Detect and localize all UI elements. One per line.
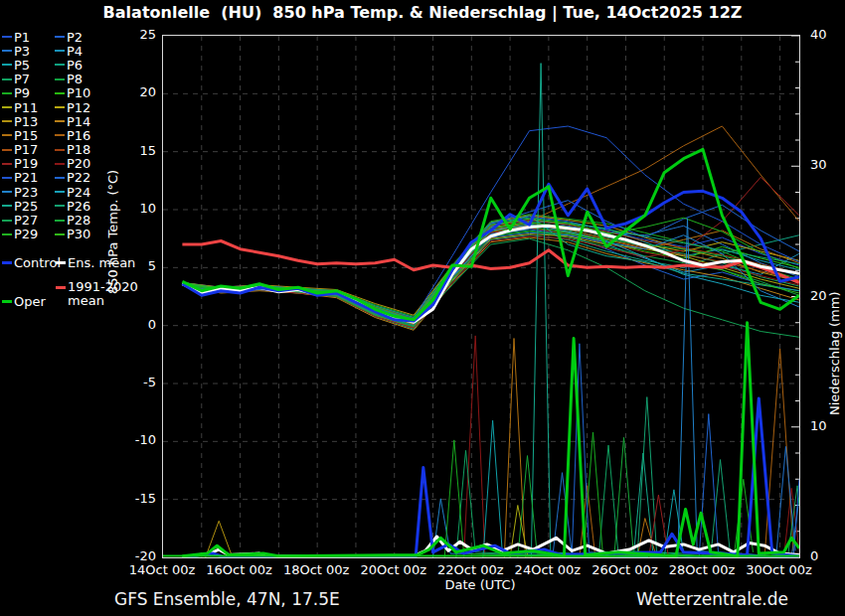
legend-member-label: P24 — [67, 185, 90, 200]
legend-item-p23: P23 — [2, 185, 55, 199]
legend-item-p1: P1 — [2, 30, 55, 44]
legend-item-p15: P15 — [2, 128, 55, 142]
p18-line-swatch — [55, 149, 65, 151]
x-axis-tick-label: 28Oct 00z — [660, 562, 744, 577]
p20-line-swatch — [55, 163, 65, 165]
right-axis-tick-label: 0 — [810, 548, 845, 563]
left-axis-tick-label: -5 — [116, 375, 156, 389]
legend-item-p20: P20 — [55, 157, 154, 171]
legend-item-oper: Oper — [2, 294, 46, 309]
legend-member-label: P28 — [67, 213, 90, 228]
legend-item-p9: P9 — [2, 86, 55, 100]
series-P22-temp-line — [182, 201, 799, 320]
legend-member-label: P3 — [14, 44, 30, 59]
ens-mean-line-swatch — [56, 261, 66, 264]
left-axis-tick-label: 15 — [116, 143, 156, 158]
x-axis-title: Date (UTC) — [421, 577, 540, 592]
p3-line-swatch — [2, 50, 12, 52]
p30-line-swatch — [55, 233, 65, 235]
p28-line-swatch — [55, 220, 65, 222]
p1-line-swatch — [2, 36, 12, 38]
legend-member-label: P11 — [14, 100, 38, 115]
control-line-swatch — [2, 261, 12, 264]
legend-member-label: P14 — [67, 114, 90, 129]
legend-item-p7: P7 — [2, 73, 55, 86]
legend-member-label: P10 — [67, 85, 90, 100]
p12-line-swatch — [55, 106, 65, 108]
plot-svg — [163, 36, 799, 557]
p6-line-swatch — [55, 64, 65, 66]
p9-line-swatch — [2, 92, 12, 94]
legend-member-label: P30 — [67, 227, 90, 241]
right-axis-title: Niederschlag (mm) — [827, 291, 842, 415]
legend-member-label: P1 — [14, 30, 30, 45]
p19-line-swatch — [2, 163, 12, 165]
legend-item-p11: P11 — [2, 100, 55, 114]
climate-mean-line-swatch — [56, 286, 66, 289]
x-axis-tick-label: 30Oct 00z — [738, 562, 821, 577]
legend-item-p19: P19 — [2, 157, 55, 171]
plot-area — [162, 35, 800, 558]
p7-line-swatch — [2, 78, 12, 80]
p8-line-swatch — [55, 78, 65, 80]
right-axis-tick-label: 40 — [810, 27, 845, 42]
x-axis-tick-label: 24Oct 00z — [506, 562, 590, 577]
right-axis-tick-label: 10 — [810, 418, 845, 433]
legend-climate-label: 1991-2020 mean — [68, 280, 138, 308]
legend-item-p25: P25 — [2, 199, 55, 213]
p22-line-swatch — [55, 177, 65, 179]
x-axis-tick-label: 14Oct 00z — [120, 562, 204, 577]
legend-member-label: P8 — [67, 72, 83, 86]
p10-line-swatch — [55, 92, 65, 94]
left-axis-tick-label: 10 — [116, 201, 156, 216]
legend-member-label: P7 — [14, 72, 30, 86]
legend-item-p21: P21 — [2, 171, 55, 185]
p26-line-swatch — [55, 205, 65, 207]
p25-line-swatch — [2, 205, 12, 207]
x-axis-tick-label: 22Oct 00z — [428, 562, 512, 577]
legend-item-p27: P27 — [2, 213, 55, 227]
legend-item-p3: P3 — [2, 44, 55, 58]
legend-item-p4: P4 — [55, 44, 154, 58]
x-axis-tick-label: 16Oct 00z — [198, 562, 281, 577]
legend-member-label: P6 — [67, 58, 83, 73]
left-axis-tick-label: -10 — [116, 432, 156, 447]
legend-item-p17: P17 — [2, 143, 55, 157]
legend-oper-label: Oper — [14, 294, 46, 309]
legend-member-label: P16 — [67, 128, 90, 143]
legend-climate-label-line1: 1991-2020 — [68, 279, 138, 294]
series-P16-precip-line — [580, 349, 793, 557]
legend-member-label: P17 — [14, 142, 38, 157]
legend-item-p14: P14 — [55, 114, 154, 128]
p5-line-swatch — [2, 64, 12, 66]
x-axis-tick-label: 20Oct 00z — [352, 562, 435, 577]
p27-line-swatch — [2, 220, 12, 222]
p23-line-swatch — [2, 191, 12, 193]
legend-member-label: P12 — [67, 100, 90, 115]
p2-line-swatch — [55, 36, 65, 38]
legend-item-control: Control — [2, 255, 61, 270]
legend-member-label: P29 — [14, 227, 38, 241]
p14-line-swatch — [55, 120, 65, 122]
left-axis-tick-label: 0 — [116, 317, 156, 332]
legend-member-label: P23 — [14, 185, 38, 200]
legend-control-label: Control — [14, 255, 61, 270]
meteogram-app: Balatonlelle (HU) 850 hPa Temp. & Nieder… — [0, 0, 845, 616]
left-axis-tick-label: 25 — [116, 27, 156, 42]
p17-line-swatch — [2, 149, 12, 151]
legend-member-label: P21 — [14, 170, 38, 185]
footer-brand: Wetterzentrale.de — [636, 589, 788, 609]
left-axis-tick-label: -15 — [116, 491, 156, 506]
legend-member-label: P15 — [14, 128, 38, 143]
x-axis-tick-label: 26Oct 00z — [583, 562, 666, 577]
left-axis-tick-label: -20 — [116, 548, 156, 563]
p29-line-swatch — [2, 233, 12, 235]
legend-member-label: P4 — [67, 44, 83, 59]
legend-member-label: P25 — [14, 199, 38, 214]
p21-line-swatch — [2, 177, 12, 179]
left-axis-tick-label: 20 — [116, 84, 156, 99]
legend-member-label: P22 — [67, 170, 90, 185]
series-P23-temp-line — [182, 230, 799, 326]
series-P25-precip-line — [531, 64, 652, 557]
footer-model-info: GFS Ensemble, 47N, 17.5E — [114, 589, 340, 609]
